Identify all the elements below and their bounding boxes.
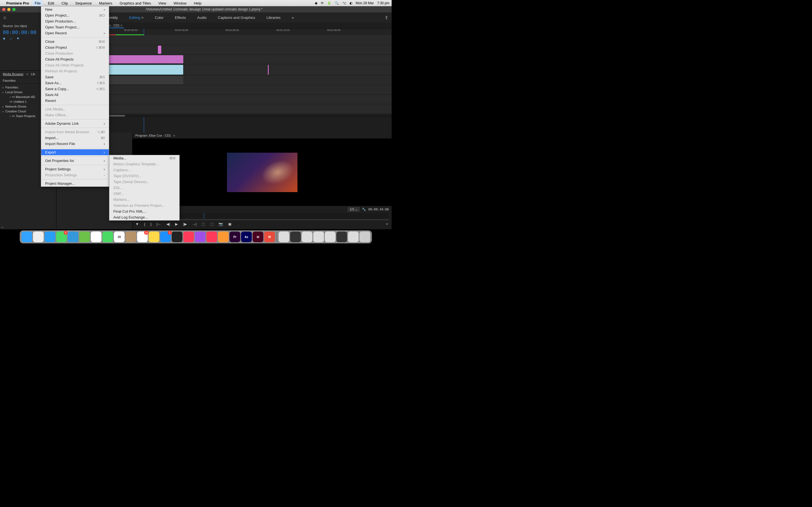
home-icon[interactable]: ⌂	[3, 15, 6, 20]
step-back-icon[interactable]: ◀|	[166, 222, 170, 226]
dock-indesign-icon[interactable]: Id	[253, 231, 263, 242]
minimize-window-icon[interactable]	[7, 8, 10, 11]
menubar-time[interactable]: 7:30 pm	[377, 1, 389, 5]
control-center-icon[interactable]: ⌥	[342, 1, 346, 5]
dock-wps-icon[interactable]: W	[264, 231, 275, 242]
cc-status-icon[interactable]: ◉	[315, 1, 317, 5]
dock-messages-icon[interactable]: 6	[56, 231, 67, 242]
battery-icon[interactable]: 🔋	[327, 1, 331, 5]
file-menu-item[interactable]: New›	[41, 6, 109, 12]
mark-in-icon[interactable]: {	[144, 222, 145, 226]
dock-calendar-icon[interactable]: 28	[114, 231, 124, 242]
export-menu-item[interactable]: Media...⌘M	[109, 155, 179, 161]
dock-aftereffects-icon[interactable]: Ae	[241, 231, 252, 242]
file-menu-item[interactable]: Save As...⇧⌘S	[41, 80, 109, 86]
program-timecode[interactable]: 00:00:34:08	[368, 208, 389, 211]
mark-out-icon[interactable]: }	[150, 222, 151, 226]
file-menu-item[interactable]: Get Properties for›	[41, 158, 109, 164]
file-menu-item[interactable]: Export›	[41, 149, 109, 155]
dock-safari-icon[interactable]	[45, 231, 55, 242]
dock-doc6-icon[interactable]	[336, 231, 347, 242]
panel-menu-icon[interactable]: ≡	[173, 134, 175, 137]
marker[interactable]	[268, 65, 269, 75]
workspace-effects[interactable]: Effects	[175, 15, 186, 20]
comparison-icon[interactable]: ▣	[228, 222, 232, 226]
dock-news-icon[interactable]	[206, 231, 217, 242]
go-to-out-icon[interactable]: →|	[192, 222, 197, 226]
app-name[interactable]: Premiere Pro	[6, 1, 29, 5]
dock-notes-icon[interactable]	[149, 231, 159, 242]
workspace-audio[interactable]: Audio	[197, 15, 207, 20]
dock-premiere-icon[interactable]: Pr	[230, 231, 240, 242]
dock-facetime-icon[interactable]	[102, 231, 113, 242]
dock-contacts-icon[interactable]	[125, 231, 136, 242]
menubar-date[interactable]: Mon 28 Mar	[356, 1, 374, 5]
dock-appstore-icon[interactable]: 1	[160, 231, 171, 242]
menu-window[interactable]: Window	[172, 1, 188, 6]
file-menu-item[interactable]: Open Team Project...	[41, 24, 109, 30]
favorites-dropdown[interactable]: Favorites	[3, 79, 15, 82]
menu-clip[interactable]: Clip	[60, 1, 69, 6]
workspace-editing[interactable]: Editing ≡	[129, 15, 144, 20]
menu-sequence[interactable]: Sequence	[73, 1, 94, 6]
go-to-in-icon[interactable]: |←	[157, 222, 161, 226]
workspace-color[interactable]: Color	[155, 15, 163, 20]
tab-media-browser[interactable]: Media Browser	[3, 72, 23, 76]
file-menu-item[interactable]: Close⌘W	[41, 39, 109, 45]
creative-cloud-icon[interactable]: ∞	[1, 225, 4, 229]
workspace-libraries[interactable]: Libraries	[266, 15, 281, 20]
menu-help[interactable]: Help	[192, 1, 203, 6]
workspace-captions[interactable]: Captions and Graphics	[218, 15, 255, 20]
snap-icon[interactable]: ∩	[10, 37, 12, 41]
step-forward-icon[interactable]: |▶	[183, 222, 187, 226]
file-menu-item[interactable]: Close Project⇧⌘W	[41, 45, 109, 50]
dock-podcasts-icon[interactable]	[195, 231, 206, 242]
search-icon[interactable]: 🔍	[335, 1, 339, 5]
file-menu-item[interactable]: Project Manager...	[41, 180, 109, 186]
dock-doc7-icon[interactable]	[348, 231, 359, 242]
wrench-icon[interactable]: 🔧	[362, 208, 366, 211]
marker-icon[interactable]: ⚑	[17, 37, 19, 41]
dock-tv-icon[interactable]	[172, 231, 183, 242]
tab-libraries[interactable]: Lib	[31, 72, 35, 76]
file-menu-item[interactable]: Save All	[41, 92, 109, 98]
export-menu-item[interactable]: Final Cut Pro XML...	[109, 209, 179, 214]
file-menu-item[interactable]: Close All Projects	[41, 56, 109, 62]
siri-icon[interactable]: ◐	[350, 1, 352, 5]
dock-doc1-icon[interactable]	[278, 231, 289, 242]
menu-edit[interactable]: Edit	[46, 1, 56, 6]
file-menu-item[interactable]: Save a Copy...⌥⌘S	[41, 86, 109, 92]
dock-doc4-icon[interactable]	[313, 231, 324, 242]
menu-file[interactable]: File	[33, 1, 42, 6]
hamburger-icon[interactable]: ≡	[121, 24, 122, 27]
menu-graphics[interactable]: Graphics and Titles	[118, 1, 153, 6]
lift-icon[interactable]: ⬚	[202, 222, 205, 226]
clip[interactable]	[158, 46, 161, 54]
dock-doc3-icon[interactable]	[302, 231, 312, 242]
dock-reminders-icon[interactable]: 18	[137, 231, 148, 242]
button-editor-icon[interactable]: ＋	[385, 221, 389, 226]
zoom-select[interactable]: 1/2 ⌄	[348, 207, 360, 212]
file-menu-item[interactable]: Import Recent File›	[41, 141, 109, 147]
menu-markers[interactable]: Markers	[97, 1, 114, 6]
add-marker-icon[interactable]: ▼	[135, 222, 139, 226]
dock-launchpad-icon[interactable]	[33, 231, 44, 242]
quick-export-icon[interactable]: ⇪	[385, 15, 388, 20]
dock-doc2-icon[interactable]	[290, 231, 301, 242]
file-menu-item[interactable]: Revert	[41, 98, 109, 104]
export-frame-icon[interactable]: 📷	[218, 222, 223, 226]
dock-finder-icon[interactable]	[21, 231, 32, 242]
dock-pages-icon[interactable]	[218, 231, 229, 242]
insert-icon[interactable]: ✱	[3, 37, 5, 41]
dock-doc5-icon[interactable]	[325, 231, 336, 242]
play-icon[interactable]: ▶	[175, 222, 178, 226]
hamburger-icon[interactable]: ≡	[141, 15, 144, 20]
dock-trash-icon[interactable]	[359, 231, 370, 242]
file-menu-item[interactable]: Open Recent›	[41, 30, 109, 36]
dock-music-icon[interactable]	[183, 231, 194, 242]
file-menu-item[interactable]: Project Settings›	[41, 166, 109, 172]
file-menu-item[interactable]: Adobe Dynamic Link›	[41, 121, 109, 126]
zoom-window-icon[interactable]	[12, 8, 15, 11]
sync-icon[interactable]: ⟳	[321, 1, 324, 5]
file-menu-item[interactable]: Open Project...⌘O	[41, 12, 109, 18]
